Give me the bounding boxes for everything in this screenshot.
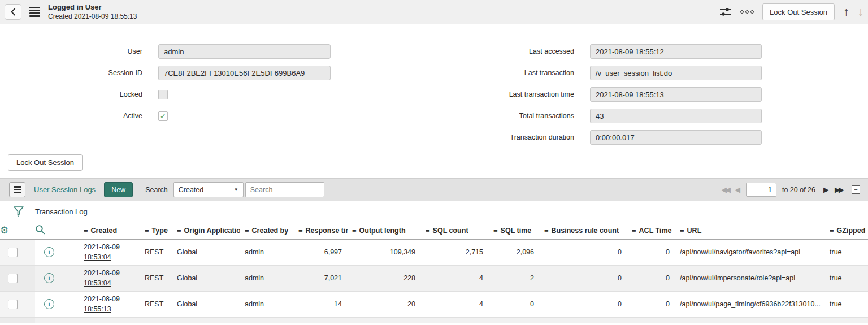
list-search-toggle[interactable] — [35, 222, 79, 239]
column-header-response-time[interactable]: ≡Response time — [294, 222, 348, 239]
page-subtitle: Created 2021-08-09 18:55:13 — [48, 12, 137, 21]
cell-business-rule-count: 0 — [540, 239, 627, 265]
column-header-gzipped[interactable]: ≡GZipped — [825, 222, 868, 239]
origin-application-link[interactable]: Global — [177, 300, 197, 308]
origin-application-link[interactable]: Global — [177, 248, 197, 256]
personalize-list-gear[interactable]: ⚙ — [0, 222, 35, 239]
total-transactions-field[interactable]: 43 — [590, 109, 762, 123]
total-transactions-label: Total transactions — [396, 112, 574, 120]
cell-sql-count: 4 — [421, 291, 489, 317]
user-session-logs-table: ⚙ ≡Created ≡Type ≡Origin Application ≡Cr… — [0, 222, 868, 323]
column-header-url[interactable]: ≡URL — [675, 222, 825, 239]
column-header-type[interactable]: ≡Type — [140, 222, 172, 239]
column-menu-icon: ≡ — [680, 226, 684, 235]
row-checkbox[interactable] — [8, 274, 18, 283]
column-menu-icon: ≡ — [298, 226, 303, 235]
gear-icon: ⚙ — [0, 225, 8, 236]
column-header-sql-time[interactable]: ≡SQL time — [489, 222, 540, 239]
list-context-menu-icon[interactable] — [9, 182, 25, 197]
last-accessed-field[interactable]: 2021-08-09 18:55:12 — [590, 44, 762, 59]
column-menu-icon: ≡ — [544, 226, 549, 235]
cell-output-length: 228 — [348, 265, 421, 291]
lock-out-session-button[interactable]: Lock Out Session — [762, 3, 835, 20]
lock-out-session-button-secondary[interactable]: Lock Out Session — [8, 154, 83, 171]
origin-application-link[interactable]: Global — [177, 274, 197, 282]
list-title-link[interactable]: User Session Logs — [34, 185, 96, 194]
row-checkbox[interactable] — [8, 300, 18, 309]
form-row-user: User admin — [0, 44, 331, 59]
collapse-list-icon[interactable]: − — [852, 185, 860, 194]
cell-gzipped: true — [825, 239, 868, 265]
session-id-label: Session ID — [0, 69, 142, 77]
info-icon[interactable]: i — [44, 247, 54, 257]
form-row-transaction-duration: Transaction duration 0:00:00.017 — [396, 130, 762, 145]
chevron-left-icon — [11, 8, 16, 16]
search-input[interactable] — [245, 182, 324, 197]
form-column-left: User admin Session ID 7CE8F2BE2FF13010E5… — [0, 44, 331, 130]
more-options-icon[interactable] — [740, 10, 754, 14]
cell-output-length: 109,349 — [348, 239, 421, 265]
cell-sql-time: 2 — [489, 265, 540, 291]
cell-gzipped: true — [825, 291, 868, 317]
last-page-icon[interactable]: ▶▶ — [835, 186, 843, 193]
column-menu-icon: ≡ — [632, 226, 636, 235]
cell-sql-count: 4 — [421, 265, 489, 291]
column-header-created[interactable]: ≡Created — [79, 222, 140, 239]
form-row-last-accessed: Last accessed 2021-08-09 18:55:12 — [396, 44, 762, 59]
info-icon[interactable]: i — [44, 273, 54, 283]
column-menu-icon: ≡ — [177, 226, 181, 235]
column-header-output-length[interactable]: ≡Output length — [348, 222, 421, 239]
page-number-input[interactable] — [746, 183, 776, 197]
first-page-icon[interactable]: ◀◀ — [721, 186, 729, 193]
search-column-select[interactable]: Created ▼ — [173, 182, 244, 197]
column-header-business-rule-count[interactable]: ≡Business rule count — [540, 222, 627, 239]
filter-funnel-icon[interactable] — [13, 206, 24, 218]
info-icon[interactable]: i — [44, 299, 54, 309]
locked-checkbox[interactable] — [158, 90, 168, 99]
cell-gzipped: true — [825, 265, 868, 291]
last-accessed-label: Last accessed — [396, 47, 574, 55]
column-menu-icon: ≡ — [145, 226, 149, 235]
created-link[interactable]: 2021-08-0918:53:04 — [84, 242, 137, 262]
previous-record-icon[interactable]: ↑ — [843, 5, 849, 19]
table-row: i 2021-08-0918:55:13 REST Global admin 1… — [0, 291, 868, 317]
sliders-icon[interactable] — [719, 7, 732, 17]
form-row-session-id: Session ID 7CE8F2BE2FF13010E56F2E5DF699B… — [0, 66, 331, 80]
column-menu-icon: ≡ — [830, 226, 834, 235]
active-checkbox[interactable]: ✓ — [158, 111, 168, 121]
table-row: i 2021-08-0918:53:04 REST Global admin 7… — [0, 265, 868, 291]
cell-acl-time: 0 — [627, 291, 675, 317]
cell-sql-time: 2,096 — [489, 239, 540, 265]
filter-breadcrumb[interactable]: Transaction Log — [35, 207, 88, 216]
cell-url: /api/now/ui/impersonate/role?api=api — [675, 265, 825, 291]
session-id-field[interactable]: 7CE8F2BE2FF13010E56F2E5DF699B6A9 — [158, 66, 331, 80]
transaction-duration-field[interactable]: 0:00:00.017 — [590, 130, 762, 145]
column-header-acl-time[interactable]: ≡ACL Time — [627, 222, 675, 239]
back-button[interactable] — [5, 4, 21, 20]
user-field[interactable]: admin — [158, 44, 331, 59]
session-record-page: Logged in User Created 2021-08-09 18:55:… — [0, 0, 868, 325]
form-row-last-transaction-time: Last transaction time 2021-08-09 18:55:1… — [396, 87, 762, 102]
column-header-created-by[interactable]: ≡Created by — [240, 222, 294, 239]
last-transaction-time-field[interactable]: 2021-08-09 18:55:13 — [590, 87, 762, 102]
search-label: Search — [145, 186, 168, 194]
cell-url: /api/now/ui/page_timing/cf6936b22f313010… — [675, 291, 825, 317]
form-row-active: Active ✓ — [0, 109, 331, 123]
column-menu-icon: ≡ — [426, 226, 430, 235]
form-context-menu-icon[interactable] — [29, 7, 40, 17]
column-header-sql-count[interactable]: ≡SQL count — [421, 222, 489, 239]
record-title-block: Logged in User Created 2021-08-09 18:55:… — [48, 3, 137, 20]
form-row-total-transactions: Total transactions 43 — [396, 109, 762, 123]
next-record-icon[interactable]: ↓ — [858, 5, 864, 19]
created-link[interactable]: 2021-08-0918:55:13 — [84, 294, 137, 314]
column-header-origin-application[interactable]: ≡Origin Application — [172, 222, 240, 239]
column-menu-icon: ≡ — [493, 226, 498, 235]
cell-acl-time: 0 — [627, 265, 675, 291]
row-checkbox[interactable] — [8, 248, 18, 257]
last-transaction-field[interactable]: /v_user_session_list.do — [590, 66, 762, 80]
created-link[interactable]: 2021-08-0918:53:04 — [84, 268, 137, 288]
next-page-icon[interactable]: ▶ — [823, 186, 829, 193]
cell-response-time: 7,021 — [294, 265, 348, 291]
new-button[interactable]: New — [104, 182, 133, 197]
previous-page-icon[interactable]: ◀ — [735, 186, 740, 193]
